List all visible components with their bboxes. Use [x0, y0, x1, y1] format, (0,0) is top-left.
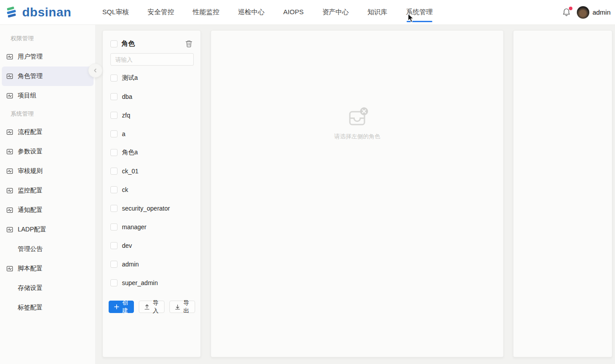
role-search-input[interactable]: [110, 53, 194, 66]
create-role-button[interactable]: 创建: [109, 301, 134, 313]
sidebar-item[interactable]: 监控配置: [2, 181, 94, 200]
upload-icon: [144, 304, 150, 310]
sidebar-collapse-button[interactable]: [88, 63, 102, 78]
sidebar-item[interactable]: 脚本配置: [2, 259, 94, 278]
role-list-item[interactable]: ck: [103, 180, 200, 199]
right-side-panel: [513, 30, 612, 357]
sidebar-item-label: 项目组: [18, 92, 36, 100]
nav-tab[interactable]: 性能监控: [193, 0, 219, 25]
nav-tab[interactable]: AIOPS: [283, 0, 304, 25]
role-checkbox[interactable]: [110, 74, 118, 82]
role-list-item[interactable]: security_operator: [103, 199, 200, 218]
role-name: manager: [122, 223, 146, 231]
role-list-item[interactable]: ck_01: [103, 162, 200, 180]
sidebar-item-label: LADP配置: [18, 226, 47, 234]
role-name: dba: [122, 93, 132, 100]
nav-tab-label: 巡检中心: [238, 8, 265, 16]
roles-panel: 角色 测试a dba: [102, 30, 201, 357]
role-checkbox[interactable]: [110, 279, 118, 286]
role-checkbox[interactable]: [110, 186, 118, 193]
nav-tab[interactable]: 资产中心: [322, 0, 349, 25]
role-checkbox[interactable]: [110, 168, 118, 175]
export-button[interactable]: 导出: [169, 301, 195, 313]
role-checkbox[interactable]: [110, 130, 118, 137]
role-checkbox[interactable]: [110, 93, 118, 100]
role-list-item[interactable]: super_admin: [103, 274, 200, 292]
role-name: zfq: [122, 112, 130, 119]
main-nav: SQL审核 安全管控 性能监控 巡检中心 AIOPS 资产中心 知识库: [102, 0, 433, 25]
sidebar-item-label: 标签配置: [18, 304, 43, 312]
select-all-checkbox[interactable]: [110, 40, 118, 47]
nav-tab-label: 知识库: [368, 8, 388, 16]
role-name: super_admin: [122, 279, 158, 286]
role-list-item[interactable]: manager: [103, 218, 200, 236]
role-list-item[interactable]: dev: [103, 236, 200, 255]
empty-box-icon: [346, 106, 368, 127]
nav-tab[interactable]: 安全管控: [148, 0, 174, 25]
nav-tab[interactable]: SQL审核: [102, 0, 129, 25]
sidebar: 权限管理 权限管理 用户管理: [0, 25, 96, 364]
role-list-item[interactable]: admin: [103, 255, 200, 274]
role-name: ck_01: [122, 168, 138, 175]
import-button[interactable]: 导入: [139, 301, 165, 313]
role-checkbox[interactable]: [110, 149, 118, 156]
role-list-item[interactable]: 角色a: [103, 143, 200, 162]
role-checkbox[interactable]: [110, 223, 118, 231]
chevron-left-icon: [93, 68, 98, 73]
sidebar-item[interactable]: 参数设置: [2, 142, 94, 161]
role-name: admin: [122, 261, 139, 268]
sidebar-item[interactable]: 审核规则: [2, 161, 94, 181]
sidebar-section-label: 权限管理: [0, 30, 95, 47]
pulse-square-icon: [6, 187, 13, 194]
pulse-square-icon: [6, 226, 13, 233]
sidebar-item-label: 通知配置: [18, 206, 43, 214]
roles-panel-header: 角色: [103, 31, 200, 53]
username: admin: [592, 8, 611, 16]
empty-state-text: 请选择左侧的角色: [334, 133, 380, 141]
sidebar-item-label: 角色管理: [18, 72, 43, 80]
nav-tab-label: 资产中心: [322, 8, 349, 16]
nav-tab[interactable]: 知识库: [368, 0, 388, 25]
nav-tab-label: 性能监控: [193, 8, 219, 16]
sidebar-item-label: 管理公告: [18, 245, 43, 253]
pulse-square-icon: [6, 73, 13, 80]
role-name: dev: [122, 242, 132, 249]
role-checkbox[interactable]: [110, 112, 118, 119]
role-list-item[interactable]: zfq: [103, 106, 200, 125]
nav-tab-label: 安全管控: [148, 8, 174, 16]
sidebar-item[interactable]: 存储设置: [2, 278, 94, 298]
sidebar-item[interactable]: 用户管理: [2, 47, 94, 67]
role-name: 角色a: [122, 149, 138, 157]
sidebar-item-label: 审核规则: [18, 167, 43, 175]
pulse-square-icon: [6, 92, 13, 99]
role-checkbox[interactable]: [110, 205, 118, 212]
sidebar-item[interactable]: 通知配置: [2, 200, 94, 220]
sidebar-item[interactable]: 标签配置: [2, 298, 94, 317]
sidebar-item[interactable]: 流程配置: [2, 122, 94, 142]
pulse-square-icon: [6, 168, 13, 175]
role-detail-panel: 请选择左侧的角色: [211, 30, 504, 357]
sidebar-item[interactable]: 项目组: [2, 86, 94, 106]
role-checkbox[interactable]: [110, 261, 118, 268]
notification-bell-button[interactable]: [562, 8, 572, 17]
nav-tab[interactable]: 巡检中心: [238, 0, 265, 25]
user-menu[interactable]: admin: [577, 6, 611, 19]
sidebar-item[interactable]: LADP配置: [2, 220, 94, 239]
role-name: 测试a: [122, 74, 138, 82]
nav-tab[interactable]: 系统管理: [406, 0, 433, 25]
role-list-item[interactable]: a: [103, 125, 200, 143]
role-list-item[interactable]: 测试a: [103, 69, 200, 87]
role-name: security_operator: [122, 205, 170, 212]
pulse-square-icon: [6, 53, 13, 60]
nav-tab-label: AIOPS: [283, 8, 304, 16]
empty-state: 请选择左侧的角色: [211, 106, 503, 141]
export-label: 导出: [183, 299, 190, 315]
sidebar-item[interactable]: 管理公告: [2, 239, 94, 259]
role-checkbox[interactable]: [110, 242, 118, 249]
sidebar-item[interactable]: 角色管理: [2, 67, 94, 86]
delete-roles-button[interactable]: [184, 39, 193, 48]
sidebar-menu: 权限管理 权限管理 用户管理: [0, 30, 95, 317]
role-list-item[interactable]: dba: [103, 87, 200, 106]
import-label: 导入: [152, 299, 159, 315]
pulse-square-icon: [6, 207, 13, 214]
